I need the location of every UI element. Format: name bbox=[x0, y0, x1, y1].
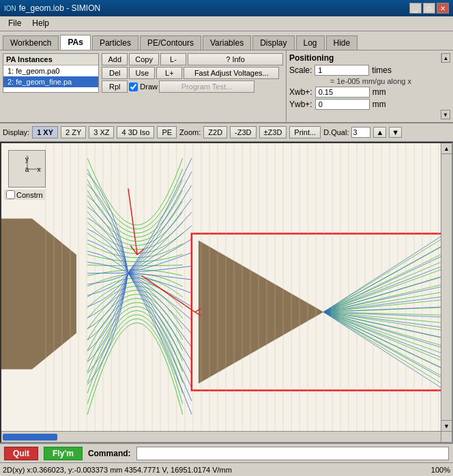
draw-checkbox-row[interactable]: Draw bbox=[129, 83, 158, 91]
bottom-bar: Quit Fly'm Command: bbox=[0, 443, 453, 462]
tab-particles[interactable]: Particles bbox=[92, 35, 138, 50]
l-minus-button[interactable]: L- bbox=[160, 53, 186, 65]
tab-bar: Workbench PAs Particles PE/Contours Vari… bbox=[0, 31, 453, 50]
command-label: Command: bbox=[88, 449, 131, 458]
draw-checkbox[interactable] bbox=[129, 83, 138, 91]
scale-sub: = 1e-005 mm/gu along x bbox=[330, 77, 450, 85]
ywb-input[interactable] bbox=[315, 99, 370, 110]
top-section: PA Instances 1: fe_geom.pa0 2: fe_geom_f… bbox=[0, 50, 453, 123]
xwb-unit: mm bbox=[372, 87, 386, 97]
scale-unit: times bbox=[372, 65, 392, 75]
scale-label: Scale: bbox=[289, 65, 312, 75]
tab-display[interactable]: Display bbox=[252, 35, 294, 50]
app-window: ION fe_geom.iob - SIMION _ □ ✕ File Help… bbox=[0, 0, 453, 476]
zoom-minus-z3d-button[interactable]: -Z3D bbox=[230, 126, 256, 138]
xwb-input[interactable] bbox=[315, 87, 370, 98]
menu-help[interactable]: Help bbox=[27, 18, 55, 29]
menu-bar: File Help bbox=[0, 16, 453, 31]
program-test-button[interactable]: Program Test... bbox=[159, 80, 254, 93]
constrain-checkbox[interactable] bbox=[6, 190, 15, 199]
v-scrollbar-viewport[interactable]: ▲ ▼ bbox=[441, 143, 452, 431]
view-pe-button[interactable]: PE bbox=[157, 126, 177, 138]
ywb-unit: mm bbox=[372, 100, 386, 109]
zoom-z2d-button[interactable]: Z2D bbox=[203, 126, 227, 138]
window-controls: _ □ ✕ bbox=[409, 3, 449, 14]
scroll-down-button[interactable]: ▼ bbox=[441, 110, 450, 119]
v-scroll-down-btn[interactable]: ▼ bbox=[441, 420, 452, 431]
ywb-label: Ywb+: bbox=[289, 100, 312, 109]
rpl-button[interactable]: Rpl bbox=[102, 80, 128, 93]
status-percent: 100% bbox=[431, 466, 450, 474]
dqual-input[interactable] bbox=[351, 127, 370, 138]
pa-item-2[interactable]: 2: fe_geom_fine.pa bbox=[3, 76, 98, 87]
status-coords: 2D(xy) x:0.366023, y:-0.003373 mm 4354.7… bbox=[3, 466, 431, 474]
window-title: fe_geom.iob - SIMION bbox=[19, 3, 409, 13]
axis-indicator: y a x bbox=[8, 150, 46, 188]
scrollbar-corner bbox=[441, 431, 452, 442]
pa-instances-header: PA Instances bbox=[3, 54, 98, 65]
minimize-button[interactable]: _ bbox=[409, 3, 422, 14]
dqual-up-button[interactable]: ▲ bbox=[373, 127, 386, 138]
xwb-label: Xwb+: bbox=[289, 87, 312, 97]
constrain-control[interactable]: Constrn bbox=[4, 190, 45, 200]
pa-buttons: Add Copy L- ? Info Del Use L+ Fast Adjus… bbox=[102, 53, 283, 93]
tab-pas[interactable]: PAs bbox=[60, 35, 90, 50]
quit-button[interactable]: Quit bbox=[4, 447, 38, 460]
view-1xy-button[interactable]: 1 XY bbox=[32, 126, 58, 138]
command-input[interactable] bbox=[136, 447, 449, 460]
simulation-viewport[interactable]: y a x Constrn ▲ ▼ bbox=[0, 142, 453, 443]
close-button[interactable]: ✕ bbox=[437, 3, 449, 14]
zoom-pm-z3d-button[interactable]: ±Z3D bbox=[259, 126, 287, 138]
positioning-panel: Positioning ▲ Scale: times = 1e-005 mm/g… bbox=[286, 50, 453, 122]
copy-button[interactable]: Copy bbox=[129, 53, 159, 65]
display-label: Display: bbox=[3, 128, 29, 136]
v-scroll-up-btn[interactable]: ▲ bbox=[441, 143, 452, 154]
del-button[interactable]: Del bbox=[102, 67, 128, 79]
fly-button[interactable]: Fly'm bbox=[44, 447, 83, 460]
dqual-label: D.Qual: bbox=[323, 128, 349, 136]
display-toolbar: Display: 1 XY 2 ZY 3 XZ 4 3D Iso PE Zoom… bbox=[0, 123, 453, 142]
l-plus-button[interactable]: L+ bbox=[156, 67, 182, 79]
status-bar: 2D(xy) x:0.366023, y:-0.003373 mm 4354.7… bbox=[0, 462, 453, 476]
tab-log[interactable]: Log bbox=[296, 35, 325, 50]
pa-instances-box: PA Instances 1: fe_geom.pa0 2: fe_geom_f… bbox=[3, 53, 99, 93]
add-button[interactable]: Add bbox=[102, 53, 128, 65]
tab-workbench[interactable]: Workbench bbox=[3, 35, 59, 50]
menu-file[interactable]: File bbox=[3, 18, 27, 29]
view-3xz-button[interactable]: 3 XZ bbox=[89, 126, 114, 138]
positioning-scrollbar[interactable]: ▲ bbox=[441, 53, 450, 63]
view-4-3d-iso-button[interactable]: 4 3D Iso bbox=[117, 126, 154, 138]
simulation-canvas bbox=[1, 143, 453, 443]
h-scrollbar[interactable] bbox=[1, 431, 441, 442]
positioning-title: Positioning bbox=[289, 53, 334, 63]
draw-label: Draw bbox=[140, 83, 158, 91]
tab-variables[interactable]: Variables bbox=[203, 35, 251, 50]
info-button[interactable]: ? Info bbox=[188, 53, 283, 65]
scale-input[interactable] bbox=[315, 65, 369, 76]
view-2zy-button[interactable]: 2 ZY bbox=[61, 126, 86, 138]
zoom-label: Zoom: bbox=[179, 128, 201, 136]
pa-item-1[interactable]: 1: fe_geom.pa0 bbox=[3, 65, 98, 76]
title-bar: ION fe_geom.iob - SIMION _ □ ✕ bbox=[0, 0, 453, 16]
fast-adjust-button[interactable]: Fast Adjust Voltages... bbox=[184, 67, 279, 79]
title-icon: ION bbox=[4, 5, 16, 12]
tab-pe-contours[interactable]: PE/Contours bbox=[140, 35, 201, 50]
tab-hide[interactable]: Hide bbox=[326, 35, 358, 50]
constrain-label: Constrn bbox=[16, 191, 43, 199]
h-scroll-thumb[interactable] bbox=[3, 434, 57, 441]
pa-panel: PA Instances 1: fe_geom.pa0 2: fe_geom_f… bbox=[0, 50, 286, 122]
dqual-down-button[interactable]: ▼ bbox=[389, 127, 402, 138]
use-button[interactable]: Use bbox=[129, 67, 155, 79]
maximize-button[interactable]: □ bbox=[423, 3, 435, 14]
print-button[interactable]: Print... bbox=[289, 126, 321, 138]
scroll-up-button[interactable]: ▲ bbox=[441, 53, 450, 63]
